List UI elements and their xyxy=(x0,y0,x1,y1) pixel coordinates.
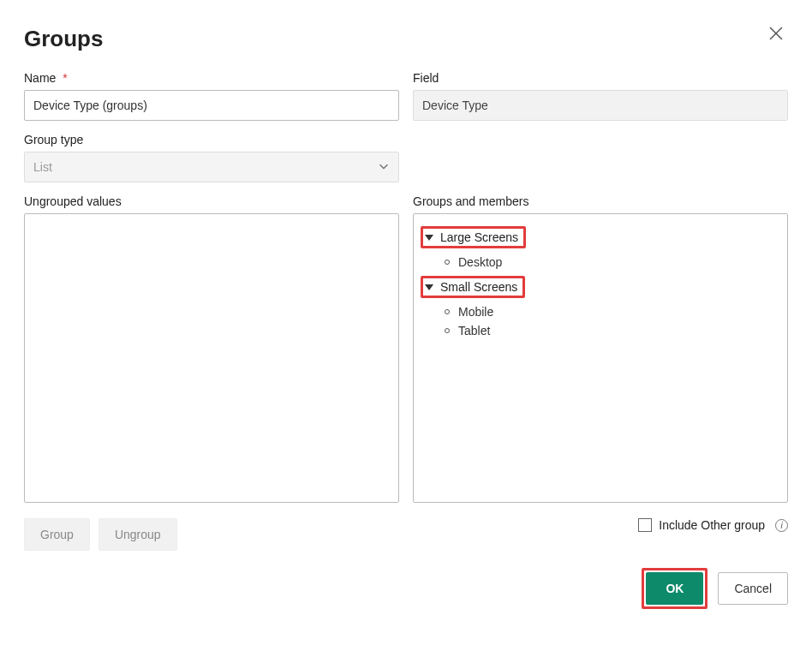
include-other-row: Include Other group i xyxy=(413,518,788,532)
member-name: Desktop xyxy=(458,255,502,269)
close-button[interactable] xyxy=(764,21,788,48)
field-label: Field xyxy=(413,71,788,85)
member-name: Mobile xyxy=(458,305,493,319)
group-type-value: List xyxy=(33,160,52,174)
ungrouped-label: Ungrouped values xyxy=(24,194,399,208)
group-name: Large Screens xyxy=(440,230,518,244)
ungrouped-col: Ungrouped values Group Ungroup xyxy=(24,194,399,551)
name-col: Name * xyxy=(24,71,399,121)
info-icon[interactable]: i xyxy=(775,519,788,532)
ungrouped-listbox[interactable] xyxy=(24,213,399,503)
member-name: Tablet xyxy=(458,324,490,337)
groups-members-listbox[interactable]: Large ScreensDesktopSmall ScreensMobileT… xyxy=(413,213,788,503)
name-label: Name * xyxy=(24,71,399,85)
group-member[interactable]: Desktop xyxy=(421,255,780,269)
field-input xyxy=(413,90,788,121)
field-col: Field xyxy=(413,71,788,121)
title-row: Groups xyxy=(24,21,788,71)
dialog-footer: OK Cancel xyxy=(24,568,788,609)
group-name: Small Screens xyxy=(440,280,517,294)
group-type-label: Group type xyxy=(24,133,399,146)
lists-row: Ungrouped values Group Ungroup Groups an… xyxy=(24,194,788,551)
group-ungroup-row: Group Ungroup xyxy=(24,518,399,551)
group-header[interactable]: Small Screens xyxy=(421,276,525,298)
ok-button[interactable]: OK xyxy=(646,572,703,605)
top-fields-row: Name * Field xyxy=(24,71,788,121)
bullet-icon xyxy=(445,309,450,314)
ok-highlight: OK xyxy=(642,568,708,609)
name-label-text: Name xyxy=(24,71,56,85)
group-header[interactable]: Large Screens xyxy=(421,226,526,248)
chevron-down-icon xyxy=(378,160,390,175)
group-button[interactable]: Group xyxy=(24,518,90,551)
group-type-select[interactable]: List xyxy=(24,152,399,182)
groups-col: Groups and members Large ScreensDesktopS… xyxy=(413,194,788,551)
group-type-col: Group type List xyxy=(24,133,399,182)
include-other-label: Include Other group xyxy=(659,518,765,532)
close-icon xyxy=(769,27,783,40)
cancel-button[interactable]: Cancel xyxy=(718,572,788,605)
group-type-spacer xyxy=(413,133,788,182)
expand-icon xyxy=(425,235,433,241)
ungroup-button[interactable]: Ungroup xyxy=(99,518,177,551)
group-member[interactable]: Mobile xyxy=(421,305,780,319)
include-other-checkbox[interactable] xyxy=(638,518,652,532)
required-indicator: * xyxy=(63,71,67,85)
group-member[interactable]: Tablet xyxy=(421,324,780,337)
groups-dialog: Groups Name * Field Group type List xyxy=(0,0,812,633)
bullet-icon xyxy=(445,328,450,333)
group-type-row: Group type List xyxy=(24,133,788,182)
dialog-title: Groups xyxy=(24,26,103,52)
groups-members-label: Groups and members xyxy=(413,194,788,208)
bullet-icon xyxy=(445,260,450,265)
name-input[interactable] xyxy=(24,90,399,121)
expand-icon xyxy=(425,284,433,290)
